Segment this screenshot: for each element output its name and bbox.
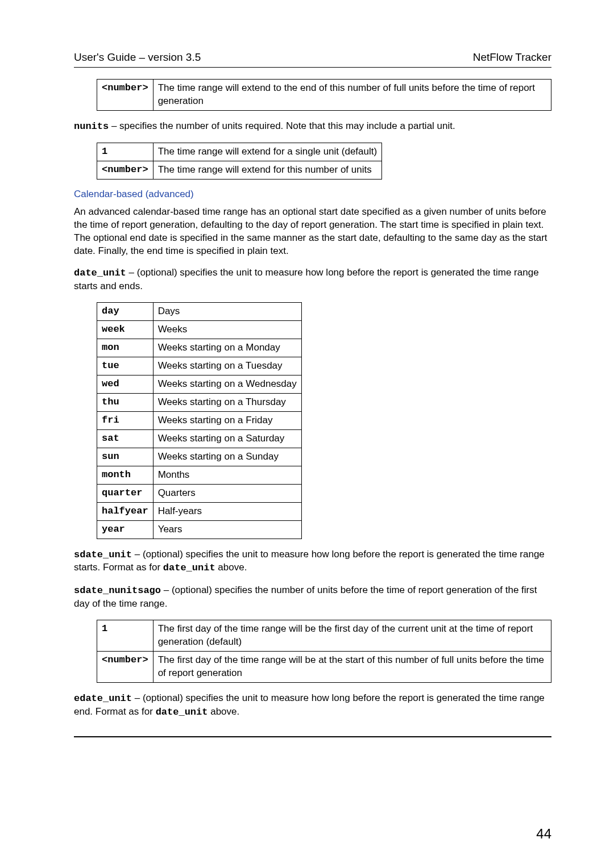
cell-val: Years [153,520,301,539]
cell-key: tue [97,357,154,375]
cell-val: The time range will extend for this numb… [153,161,382,179]
cell-val: Weeks starting on a Friday [153,411,301,429]
text: – (optional) specifies the unit to measu… [74,267,539,291]
cell-val: The first day of the time range will be … [153,620,551,652]
table-row: quarterQuarters [97,484,302,502]
cell-key: week [97,321,154,339]
cell-val: Days [153,303,301,321]
header-left: User's Guide – version 3.5 [74,51,201,64]
cell-val: The time range will extend for a single … [153,143,382,161]
table-row: monWeeks starting on a Monday [97,339,302,357]
code-nunits: nunits [74,121,109,132]
table-row: sunWeeks starting on a Sunday [97,448,302,466]
table-row: dayDays [97,303,302,321]
section-heading-calendar: Calendar-based (advanced) [74,189,551,200]
table-row: 1 The first day of the time range will b… [97,620,551,652]
cell-val: The time range will extend to the end of… [153,80,551,111]
table-row: <number> The first day of the time range… [97,652,551,683]
cell-val: Weeks starting on a Monday [153,339,301,357]
cell-key: quarter [97,484,154,502]
paragraph-sdateunit: sdate_unit – (optional) specifies the un… [74,548,551,575]
cell-val: Weeks starting on a Tuesday [153,357,301,375]
table-row: weekWeeks [97,321,302,339]
paragraph-edateunit: edate_unit – (optional) specifies the un… [74,692,551,719]
cell-val: The first day of the time range will be … [153,652,551,683]
text: – (optional) specifies the unit to measu… [74,692,545,717]
cell-val: Months [153,466,301,484]
text: above. [208,706,239,717]
code-dateunit-ref: date_unit [156,707,208,717]
text: above. [215,562,247,573]
table-sdatenago: 1 The first day of the time range will b… [97,620,551,683]
cell-val: Weeks starting on a Sunday [153,448,301,466]
cell-val: Weeks starting on a Wednesday [153,375,301,394]
table-row: yearYears [97,520,302,539]
cell-key: <number> [97,80,154,111]
text: – specifies the number of units required… [109,120,455,131]
footer-rule [74,736,551,737]
text: – (optional) specifies the unit to measu… [74,549,545,573]
paragraph-sdatenago: sdate_nunitsago – (optional) specifies t… [74,584,551,611]
table-row: halfyearHalf-years [97,502,302,520]
cell-key: day [97,303,154,321]
table-row: <number> The time range will extend for … [97,161,382,179]
table-row: wedWeeks starting on a Wednesday [97,375,302,394]
header-rule [74,67,551,68]
table-row: thuWeeks starting on a Thursday [97,394,302,412]
code-dateunit-ref: date_unit [163,562,215,573]
code-sdateunit: sdate_unit [74,549,132,560]
paragraph-calendar: An advanced calendar-based time range ha… [74,206,551,258]
code-edateunit: edate_unit [74,693,132,704]
code-dateunit: date_unit [74,268,126,278]
cell-key: month [97,466,154,484]
cell-key: 1 [97,620,154,652]
table-row: 1 The time range will extend for a singl… [97,143,382,161]
table-row: satWeeks starting on a Saturday [97,429,302,448]
table-nunits: 1 The time range will extend for a singl… [97,143,382,180]
cell-key: 1 [97,143,154,161]
cell-key: year [97,520,154,539]
table-number-fullunits: <number> The time range will extend to t… [97,79,551,111]
cell-val: Weeks starting on a Saturday [153,429,301,448]
cell-key: sat [97,429,154,448]
table-row: friWeeks starting on a Friday [97,411,302,429]
paragraph-dateunit: date_unit – (optional) specifies the uni… [74,266,551,293]
page-number: 44 [536,826,551,842]
table-row: tueWeeks starting on a Tuesday [97,357,302,375]
cell-val: Quarters [153,484,301,502]
code-sdatenago: sdate_nunitsago [74,585,161,596]
cell-val: Weeks [153,321,301,339]
table-date-units: dayDays weekWeeks monWeeks starting on a… [97,302,302,539]
cell-key: wed [97,375,154,394]
cell-key: <number> [97,161,154,179]
cell-key: <number> [97,652,154,683]
paragraph-nunits: nunits – specifies the number of units r… [74,120,551,133]
cell-val: Weeks starting on a Thursday [153,394,301,412]
cell-key: thu [97,394,154,412]
cell-val: Half-years [153,502,301,520]
page-header: User's Guide – version 3.5 NetFlow Track… [74,51,551,64]
cell-key: halfyear [97,502,154,520]
cell-key: mon [97,339,154,357]
cell-key: sun [97,448,154,466]
table-row: monthMonths [97,466,302,484]
table-row: <number> The time range will extend to t… [97,80,551,111]
header-right: NetFlow Tracker [473,51,551,64]
cell-key: fri [97,411,154,429]
